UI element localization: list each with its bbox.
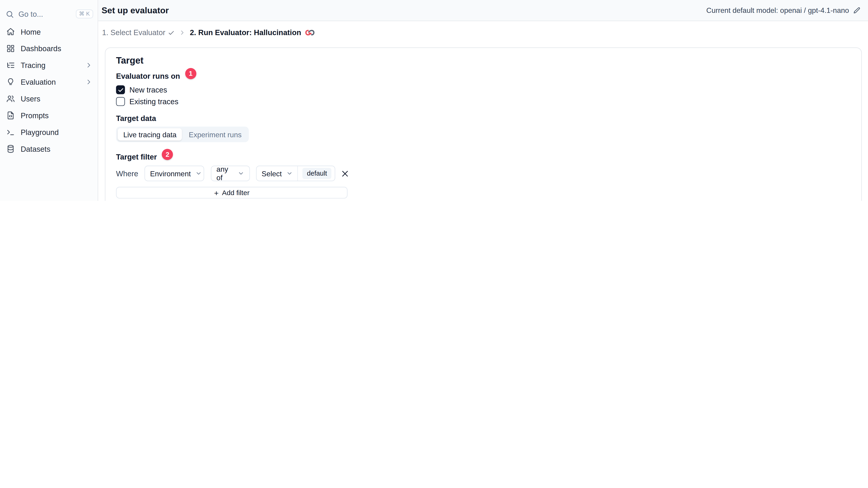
sidebar-item-label: Tracing (21, 61, 45, 69)
filter-operator-select[interactable]: any of (211, 166, 250, 181)
remove-filter-button[interactable] (341, 169, 349, 177)
default-model: Current default model: openai / gpt-4.1-… (706, 6, 868, 14)
chevron-right-icon (86, 79, 92, 86)
target-data-label: Target data (116, 114, 156, 123)
breadcrumb: 1. Select Evaluator 2. Run Evaluator: Ha… (98, 21, 868, 44)
edit-pencil-icon[interactable] (853, 6, 861, 14)
tab-live-tracing-data[interactable]: Live tracing data (118, 128, 182, 140)
sidebar-item-playground[interactable]: Playground (0, 124, 98, 140)
target-data-tabs: Live tracing data Experiment runs (116, 127, 249, 142)
sidebar: Go to... ⌘ K Home Dashboards Tracing Eva… (0, 0, 98, 201)
sidebar-item-label: Dashboards (21, 44, 61, 53)
runs-on-label: Evaluator runs on 1 (116, 70, 196, 82)
filter-value-select[interactable]: Select default (256, 166, 335, 181)
sidebar-item-label: Users (21, 95, 40, 103)
users-icon (6, 94, 15, 103)
chevron-right-icon (86, 62, 92, 69)
chevron-down-icon (286, 170, 293, 177)
add-filter-button[interactable]: + Add filter (116, 187, 347, 199)
breadcrumb-step-1[interactable]: 1. Select Evaluator (102, 29, 175, 37)
sidebar-item-label: Home (21, 28, 41, 36)
page-title: Set up evaluator (101, 5, 169, 15)
sidebar-item-home[interactable]: Home (0, 24, 98, 40)
lightbulb-icon (6, 77, 15, 87)
new-traces-label: New traces (129, 86, 167, 94)
new-traces-option[interactable]: New traces (116, 86, 167, 94)
step-badge-2: 2 (162, 149, 173, 160)
filter-value-chip: default (303, 168, 331, 179)
home-icon (6, 27, 15, 36)
shortcut-badge: ⌘ K (75, 9, 93, 19)
where-label: Where (116, 169, 141, 177)
sidebar-item-label: Prompts (21, 111, 49, 120)
sidebar-item-label: Playground (21, 128, 59, 136)
dashboards-icon (6, 44, 15, 53)
sidebar-item-datasets[interactable]: Datasets (0, 140, 98, 157)
file-icon (6, 111, 15, 120)
tracing-icon (6, 61, 15, 70)
top-bar: Set up evaluator Current default model: … (98, 0, 868, 21)
sidebar-item-tracing[interactable]: Tracing (0, 57, 98, 74)
filter-column-select[interactable]: Environment (145, 166, 204, 181)
step-badge-1: 1 (185, 68, 196, 79)
app-window: Go to... ⌘ K Home Dashboards Tracing Eva… (0, 0, 868, 201)
target-heading: Target (116, 55, 144, 66)
sidebar-item-dashboards[interactable]: Dashboards (0, 40, 98, 57)
target-filter-label: Target filter 2 (116, 151, 173, 162)
divider (298, 166, 298, 181)
terminal-icon (6, 128, 15, 137)
sidebar-item-label: Datasets (21, 144, 50, 153)
check-icon (168, 29, 175, 36)
sidebar-item-evaluation[interactable]: Evaluation (0, 74, 98, 91)
tab-experiment-runs[interactable]: Experiment runs (183, 128, 247, 140)
sidebar-item-users[interactable]: Users (0, 91, 98, 107)
checkbox-unchecked-icon[interactable] (116, 97, 125, 106)
search-icon (5, 10, 14, 18)
database-icon (6, 144, 15, 153)
go-to-search[interactable]: Go to... ⌘ K (5, 7, 93, 21)
breadcrumb-step-2: 2. Run Evaluator: Hallucination (190, 29, 315, 37)
setup-card: Target Evaluator runs on 1 New traces Ex… (105, 47, 862, 201)
chevron-down-icon (238, 170, 244, 177)
sidebar-nav: Home Dashboards Tracing Evaluation Users (0, 24, 98, 157)
existing-traces-label: Existing traces (129, 97, 179, 106)
existing-traces-option[interactable]: Existing traces (116, 97, 179, 106)
chevron-down-icon (195, 170, 202, 177)
checkbox-checked-icon[interactable] (116, 86, 125, 94)
default-model-label: Current default model: openai / gpt-4.1-… (706, 6, 849, 14)
go-to-label: Go to... (19, 10, 43, 18)
filter-row: Where Environment any of Select default (116, 166, 349, 181)
chevron-separator-icon (179, 30, 186, 36)
sidebar-item-prompts[interactable]: Prompts (0, 107, 98, 124)
ragas-knot-icon (305, 29, 314, 36)
plus-icon: + (214, 189, 219, 196)
sidebar-item-label: Evaluation (21, 78, 56, 86)
